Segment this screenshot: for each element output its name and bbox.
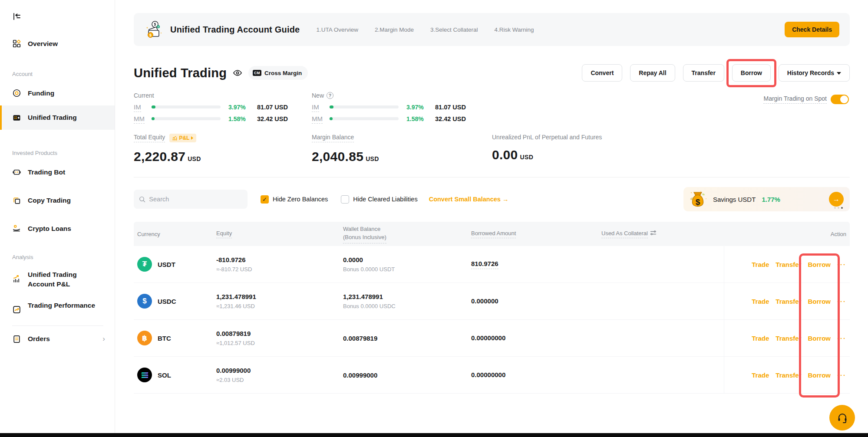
im-progress-bar: [151, 105, 221, 108]
transfer-button[interactable]: Transfer: [683, 64, 724, 82]
overview-icon: [12, 39, 21, 48]
guide-step-3[interactable]: 3.Select Collateral: [430, 26, 478, 33]
im-label[interactable]: IM: [134, 103, 141, 112]
sidebar-item-trading-performance[interactable]: Trading Performance: [0, 301, 115, 314]
transfer-link[interactable]: Transfer: [776, 298, 801, 305]
sidebar-item-copy-trading[interactable]: Copy Trading: [0, 196, 115, 205]
current-label: Current: [134, 92, 154, 99]
savings-arrow-button[interactable]: →: [829, 192, 844, 207]
convert-button[interactable]: Convert: [582, 64, 622, 82]
sidebar-item-label: Trading Performance: [28, 301, 97, 310]
support-headset-button[interactable]: [829, 405, 855, 430]
sidebar-item-crypto-loans[interactable]: Crypto Loans: [0, 224, 115, 233]
mm-label[interactable]: MM: [134, 115, 145, 124]
borrowed-amount-value[interactable]: 810.9726: [471, 260, 498, 269]
im-usd: 81.07 USD: [435, 104, 466, 111]
repay-all-button[interactable]: Repay All: [630, 64, 675, 82]
header-actions: Convert Repay All Transfer Borrow Histor…: [582, 64, 850, 82]
trade-link[interactable]: Trade: [752, 261, 769, 268]
margin-mode-badge[interactable]: CM Cross Margin: [248, 66, 308, 80]
wallet-balance-value: 0.00879819: [343, 335, 471, 342]
equity-value: 0.00999000: [216, 367, 343, 374]
sidebar-collapse-icon[interactable]: [12, 11, 22, 22]
savings-banner[interactable]: $ Savings USDT 1.77% →: [683, 187, 850, 211]
sidebar-item-label: Trading Bot: [28, 168, 65, 176]
asset-table: Currency Equity Wallet Balance(Bonus Inc…: [134, 222, 850, 394]
total-equity-value: 2,220.87USD: [134, 149, 312, 164]
pnl-badge-label: P&L: [179, 135, 189, 141]
borrow-button[interactable]: Borrow: [732, 64, 771, 82]
margin-balance-value: 2,040.85USD: [312, 149, 492, 164]
sidebar-item-account-pnl[interactable]: Unified Trading Account P&L: [0, 270, 115, 289]
guide-step-1[interactable]: 1.UTA Overview: [316, 26, 358, 33]
borrowed-amount-value: 0.00000000: [471, 371, 505, 378]
trade-link[interactable]: Trade: [752, 335, 769, 342]
collateral-settings-icon[interactable]: [650, 230, 657, 237]
history-records-button[interactable]: History Records: [779, 64, 850, 82]
crypto-loans-icon: [12, 224, 21, 233]
wallet-balance-value: 0.00999000: [343, 371, 471, 379]
risk-section: Current IM 3.97% 81.07 USD MM 1.58% 32.4…: [134, 92, 850, 122]
sidebar-item-label: Orders: [28, 335, 50, 343]
sidebar-item-orders[interactable]: Orders ›: [0, 335, 115, 344]
more-actions-icon[interactable]: ···: [837, 298, 846, 305]
equity-value: -810.9726: [216, 256, 343, 263]
im-percent: 3.97%: [406, 104, 435, 111]
im-percent: 3.97%: [228, 104, 257, 111]
margin-mode-label: Cross Margin: [264, 70, 302, 76]
col-equity[interactable]: Equity: [216, 230, 343, 238]
more-actions-icon[interactable]: ···: [837, 261, 846, 268]
total-equity-label[interactable]: Total Equity: [134, 134, 165, 142]
sidebar-item-unified-trading[interactable]: Unified Trading: [0, 105, 115, 130]
borrowed-amount-value: 0.000000: [471, 297, 498, 305]
search-box[interactable]: [134, 190, 248, 209]
borrow-link[interactable]: Borrow: [808, 261, 831, 268]
col-borrowed-amount[interactable]: Borrowed Amount: [471, 230, 601, 238]
im-progress-bar: [329, 105, 399, 108]
unified-trading-icon: [12, 113, 21, 122]
sidebar-item-label: Overview: [28, 40, 58, 48]
coin-name: BTC: [158, 335, 171, 342]
margin-trading-on-spot-label[interactable]: Margin Trading on Spot: [763, 95, 827, 104]
sidebar-item-trading-bot[interactable]: Trading Bot: [0, 168, 115, 177]
equity-usd: ≈1,012.57 USD: [216, 340, 343, 346]
margin-trading-on-spot-toggle[interactable]: [831, 95, 849, 104]
transfer-link[interactable]: Transfer: [776, 371, 801, 379]
im-label[interactable]: IM: [312, 103, 319, 112]
sidebar-section-analysis: Analysis: [0, 254, 115, 260]
col-wallet-balance[interactable]: Wallet Balance(Bonus Inclusive): [343, 225, 471, 243]
borrow-link[interactable]: Borrow: [808, 335, 831, 342]
borrow-link[interactable]: Borrow: [808, 371, 831, 379]
table-row-sol: SOL 0.00999000≈2.03 USD 0.00999000 0.000…: [134, 357, 850, 394]
eye-visibility-icon[interactable]: [233, 68, 242, 78]
sidebar-item-funding[interactable]: Funding: [0, 89, 115, 98]
guide-step-2[interactable]: 2.Margin Mode: [375, 26, 414, 33]
screen-bottom-edge: [0, 433, 868, 437]
equity-usd: ≈2.03 USD: [216, 377, 343, 383]
mm-label[interactable]: MM: [312, 115, 323, 124]
transfer-link[interactable]: Transfer: [776, 335, 801, 342]
more-actions-icon[interactable]: ···: [837, 371, 846, 379]
hide-cleared-liabilities-checkbox[interactable]: Hide Cleared Liabilities: [341, 195, 417, 204]
margin-balance-label[interactable]: Margin Balance: [312, 134, 354, 142]
guide-step-4[interactable]: 4.Risk Warning: [495, 26, 534, 33]
unrealized-pnl-value: 0.00USD: [492, 148, 670, 162]
convert-small-balances-link[interactable]: Convert Small Balances →: [429, 196, 509, 203]
more-actions-icon[interactable]: ···: [837, 335, 846, 342]
pnl-badge[interactable]: P&L: [169, 134, 196, 142]
sidebar-item-label: Unified Trading: [28, 114, 77, 122]
trade-link[interactable]: Trade: [752, 298, 769, 305]
funding-icon: [12, 89, 21, 98]
trade-link[interactable]: Trade: [752, 371, 769, 379]
current-mm-gauge: MM 1.58% 32.42 USD: [134, 115, 312, 122]
btc-icon: ฿: [137, 331, 152, 345]
transfer-link[interactable]: Transfer: [776, 261, 801, 268]
mm-usd: 32.42 USD: [257, 115, 288, 122]
check-details-button[interactable]: Check Details: [785, 22, 839, 37]
search-input[interactable]: [149, 196, 242, 203]
sidebar-item-overview[interactable]: Overview: [0, 39, 115, 48]
col-used-as-collateral[interactable]: Used As Collateral: [601, 230, 724, 238]
borrow-link[interactable]: Borrow: [808, 298, 831, 305]
hide-zero-balances-checkbox[interactable]: ✓ Hide Zero Balances: [261, 195, 328, 204]
help-icon[interactable]: ?: [327, 92, 333, 99]
